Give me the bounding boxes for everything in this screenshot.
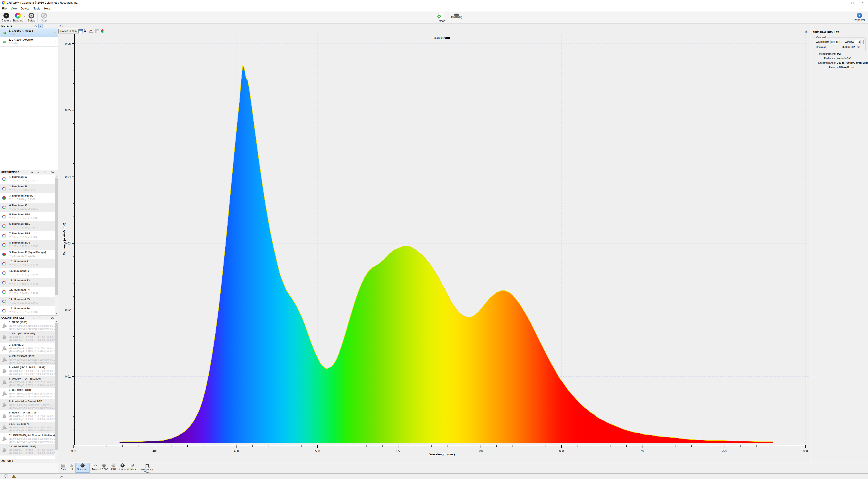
remove-reference-icon[interactable]: − [36, 170, 40, 174]
scroll-up-icon[interactable]: ▲ [55, 174, 58, 178]
minimize-button[interactable]: – [837, 0, 847, 6]
spin-down-icon[interactable]: ▼ [861, 42, 864, 44]
chevron-right-icon[interactable]: ▸ [55, 31, 56, 34]
wavelength-lambda-icon[interactable]: λ [84, 29, 86, 32]
window-stepper[interactable]: ▲▼ [855, 40, 864, 44]
menu-item-file[interactable]: File [0, 6, 8, 11]
color-profile-item[interactable]: 11. DCI P3 (Digital Cinema Initiatives)x… [0, 433, 55, 444]
spinner-buttons[interactable]: ▲▼ [839, 40, 843, 44]
standard-button[interactable]: Standard [12, 12, 24, 22]
spinner-buttons[interactable]: ▲▼ [860, 40, 864, 44]
remove-meter-icon[interactable]: − [49, 24, 53, 28]
tab-cie[interactable]: CIE [68, 463, 75, 473]
grid-icon[interactable] [95, 29, 99, 33]
capture-button[interactable]: Capture [1, 12, 12, 22]
add-profile-icon[interactable]: + [31, 316, 35, 320]
reference-item[interactable]: 6. Illuminant D55Y: 100 x: 0.3323 y: 0.3… [0, 221, 55, 231]
reference-item[interactable]: 11. Illuminant F2Y: 100 x: 0.3720 y: 0.3… [0, 268, 55, 278]
bulb-icon[interactable] [4, 475, 7, 477]
spin-up-icon[interactable]: ▲ [861, 40, 864, 42]
color-profile-item[interactable]: 12. Adobe RGB (1998)xR: 0.6400 xG: 0.210… [0, 444, 55, 455]
history-clock-icon[interactable]: ◷ [33, 24, 37, 28]
spin-up-icon[interactable]: ▲ [840, 40, 843, 42]
reference-item[interactable]: 14. Illuminant F5Y: 100 x: 0.3137 y: 0.3… [0, 297, 55, 306]
reference-item[interactable]: 15. Illuminant F6Y: 100 x: 0.3778 y: 0.3… [0, 306, 55, 315]
export-profile-icon[interactable]: ↗ [37, 316, 41, 320]
tab-flicker[interactable]: Flicker [127, 463, 137, 473]
tab-l-a-b-[interactable]: L*a*b* [99, 463, 109, 473]
close-button[interactable]: × [858, 0, 868, 6]
color-wheel-icon[interactable] [101, 29, 104, 33]
inspector-button[interactable]: i Inspector [852, 12, 866, 22]
trend-chart-icon[interactable] [89, 29, 93, 33]
maximize-button[interactable]: □ [847, 0, 858, 6]
tab-gamma[interactable]: TGamma [118, 463, 127, 473]
reference-item[interactable]: 10. Illuminant F1Y: 100 x: 0.3130 y: 0.3… [0, 259, 55, 268]
reference-item[interactable]: 13. Illuminant F4Y: 100 x: 0.4401 y: 0.4… [0, 287, 55, 297]
scroll-down-icon[interactable]: ▼ [55, 312, 58, 315]
reference-item[interactable]: 8. Illuminant D75Y: 100 x: 0.2990 y: 0.3… [0, 240, 55, 250]
color-profile-item[interactable]: 9. HDTV (ITU-R BT.709)xR: 0.6400 xG: 0.3… [0, 410, 55, 422]
moon-icon[interactable]: ☾ [43, 170, 48, 174]
inspector-label: Inspector [854, 19, 865, 22]
switch-to-data-button[interactable]: Switch to data [58, 29, 79, 33]
color-profile-item[interactable]: 1. NTSC (1953)xR: 0.6700 xG: 0.2100 xB: … [0, 320, 55, 331]
tab-response-time[interactable]: Response Time [137, 463, 158, 473]
export-button[interactable]: Export [436, 12, 447, 23]
menu-item-view[interactable]: View [8, 6, 19, 11]
setup-button[interactable]: Setup [26, 12, 37, 22]
profiles-scroll-thumb[interactable] [55, 323, 58, 450]
window-input[interactable] [855, 40, 860, 44]
profiles-scrollbar[interactable]: ▲ ▼ [55, 320, 58, 459]
info-icon[interactable]: ⓘ [52, 459, 56, 463]
menu-item-device[interactable]: Device [19, 6, 31, 11]
tab-spectrum[interactable]: Spectrum [75, 463, 90, 473]
add-reference-icon[interactable]: +▾ [30, 170, 34, 174]
color-profile-item[interactable]: 7. CIE (1931) RGBxR: 0.7350 xG: 0.2740 x… [0, 388, 55, 399]
add-plot-tab-button[interactable]: + ▾ [60, 24, 63, 27]
meter-item[interactable]: 1. CR-250 - A00134COM4▸ [0, 28, 58, 37]
exit-arrow-icon[interactable]: [← [60, 474, 64, 478]
color-profile-item[interactable]: 6. UHDTV (ITU-R BT.2020)xR: 0.7080 xG: 0… [0, 376, 55, 388]
references-scroll-thumb[interactable] [55, 178, 58, 295]
tab-cri[interactable]: CRI [110, 463, 117, 473]
reference-item[interactable]: 7. Illuminant D65Y: 100 x: 0.3127 y: 0.3… [0, 231, 55, 241]
chevron-right-icon[interactable]: ▸ [55, 40, 56, 43]
references-settings-gear-icon[interactable]: ⚙▾ [50, 170, 54, 174]
standard-dropdown-icon[interactable]: ▾ [24, 15, 25, 18]
panel-splitter-icon[interactable]: ∗ [805, 29, 808, 34]
color-profile-item[interactable]: 4. PAL/SECAM (1970)xR: 0.6400 xG: 0.2900… [0, 354, 55, 365]
meter-item[interactable]: 2. CR-100 - A00540COM10▸ [0, 37, 58, 46]
tab-data[interactable]: Data [59, 463, 68, 473]
color-profile-item[interactable]: 10. NTSC (1987)xR: 0.6300 xG: 0.3100 xB:… [0, 422, 55, 433]
probe-icon[interactable]: ⌖ [38, 24, 42, 28]
menu-item-tools[interactable]: Tools [31, 6, 42, 11]
reference-item[interactable]: 9. Illuminant E (Equal Energy)Y: 1 x: 0.… [0, 250, 55, 259]
references-scrollbar[interactable]: ▲ ▼ [55, 174, 58, 315]
color-profile-item[interactable]: 5. sRGB (IEC 61966-2-1:1999)xR: 0.6400 x… [0, 365, 55, 376]
data-table-icon[interactable] [79, 29, 83, 33]
reference-values: Y: 100 x: 0.3100 y: 0.3162 [9, 207, 38, 210]
tab-trend[interactable]: Trend [90, 463, 99, 473]
reference-item[interactable]: 4. Illuminant CY: 100 x: 0.3100 y: 0.316… [0, 203, 55, 212]
menu-item-help[interactable]: Help [42, 6, 52, 11]
wavelength-input[interactable] [831, 40, 839, 44]
stop-button[interactable]: Stop [39, 12, 49, 22]
data-log-button[interactable]: Data Log [450, 12, 463, 19]
remove-profile-icon[interactable]: − [43, 316, 48, 320]
profiles-settings-gear-icon[interactable]: ⚙▾ [50, 316, 54, 320]
reference-item[interactable]: 3. Illuminant 9300KY: 1 x: 0.2848 y: 0.2… [0, 193, 55, 203]
scroll-down-icon[interactable]: ▼ [55, 455, 58, 459]
reference-item[interactable]: 12. Illuminant F3Y: 100 x: 0.4090 y: 0.3… [0, 278, 55, 287]
reference-item[interactable]: 2. Illuminant BY: 100 x: 0.3484 y: 0.351… [0, 184, 55, 193]
reference-item[interactable]: 1. Illuminant AY: 100 x: 0.4475 y: 0.407… [0, 174, 55, 184]
add-meter-icon[interactable]: + [44, 24, 48, 28]
color-profile-item[interactable]: 2. EBU (PAL/SECAM)xR: 0.6400 xG: 0.2900 … [0, 331, 55, 343]
gamut-triangle-icon[interactable] [12, 475, 16, 478]
spin-down-icon[interactable]: ▼ [840, 42, 843, 44]
color-profile-item[interactable]: 8. Adobe Wide Gamut RGBxR: 0.7350 xG: 0.… [0, 399, 55, 410]
color-profile-item[interactable]: 3. SMPTE-CxR: 0.6300 xG: 0.3100 xB: 0.15… [0, 343, 55, 354]
reference-item[interactable]: 5. Illuminant D50Y: 100 x: 0.3456 y: 0.3… [0, 212, 55, 221]
scroll-up-icon[interactable]: ▲ [55, 320, 58, 323]
wavelength-stepper[interactable]: ▲▼ [830, 40, 843, 44]
